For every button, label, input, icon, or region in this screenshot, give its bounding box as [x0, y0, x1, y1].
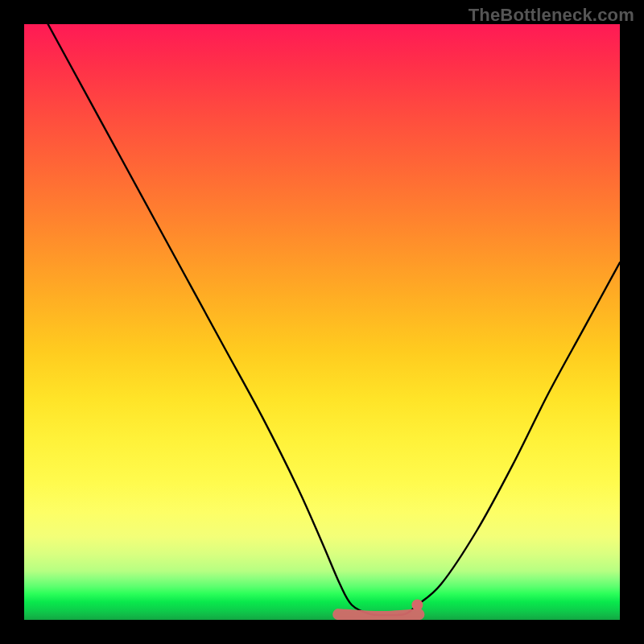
- optimal-region-highlight: [338, 614, 419, 617]
- watermark-text: TheBottleneck.com: [469, 5, 634, 26]
- marker-dot: [411, 600, 423, 611]
- plot-area: [24, 24, 620, 620]
- bottleneck-curve: [48, 24, 620, 615]
- curve-layer: [24, 24, 620, 620]
- chart-frame: TheBottleneck.com: [0, 0, 644, 644]
